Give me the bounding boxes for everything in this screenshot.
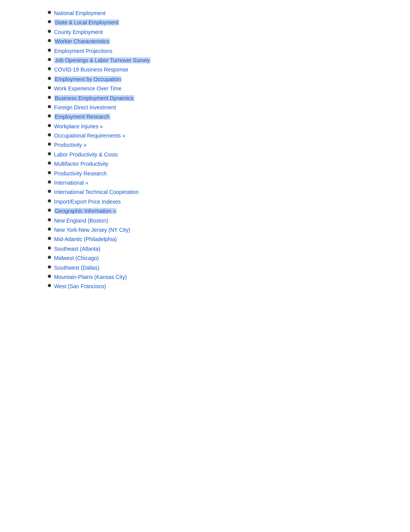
nav-link[interactable]: Multifactor Productivity — [54, 161, 108, 167]
list-item: International » — [54, 178, 410, 187]
list-item: Multifactor Productivity — [54, 159, 410, 168]
list-item: New York-New Jersey (NY City) — [54, 225, 410, 235]
list-item: Productivity » — [54, 140, 410, 150]
list-item: Workplace Injuries » — [54, 122, 410, 131]
nav-link[interactable]: Mid-Atlantic (Philadelphia) — [54, 236, 117, 242]
list-item: COVID-19 Business Response — [54, 65, 410, 74]
bullet-dot-icon — [48, 218, 51, 221]
bullet-dot-icon — [48, 171, 51, 174]
nav-link[interactable]: Business Employment Dynamics — [54, 95, 134, 101]
list-item: Business Employment Dynamics — [54, 93, 410, 103]
bullet-dot-icon — [48, 30, 51, 33]
list-item: Geographic Information » — [54, 206, 410, 216]
bullet-dot-icon — [48, 199, 51, 202]
list-item: Southeast (Atlanta) — [54, 244, 410, 253]
nav-link[interactable]: Worker Characteristics — [54, 38, 110, 44]
bullet-dot-icon — [48, 39, 51, 42]
bullet-dot-icon — [48, 246, 51, 250]
bullet-dot-icon — [48, 67, 51, 70]
nav-link[interactable]: Employment Projections — [54, 48, 112, 54]
nav-link[interactable]: Workplace Injuries » — [54, 123, 103, 129]
nav-link[interactable]: New England (Boston) — [54, 218, 108, 224]
nav-link[interactable]: New York-New Jersey (NY City) — [54, 227, 130, 233]
nav-link[interactable]: Import/Export Price Indexes — [54, 199, 121, 205]
nav-link[interactable]: COVID-19 Business Response — [54, 66, 128, 73]
nav-link[interactable]: National Employment — [54, 10, 105, 16]
list-item: Occupational Requirements » — [54, 131, 410, 140]
bullet-dot-icon — [48, 256, 51, 259]
nav-link[interactable]: Labor Productivity & Costs — [54, 151, 118, 158]
list-item: Productivity Research — [54, 169, 410, 178]
list-item: Mountain-Plains (Kansas City) — [54, 272, 410, 282]
main-nav: National EmploymentState & Local Employm… — [31, 8, 410, 291]
list-item: Job Openings & Labor Turnover Survey — [54, 56, 410, 65]
bullet-dot-icon — [48, 190, 51, 193]
list-item: National Employment — [54, 8, 410, 18]
list-item: Employment Research — [54, 112, 410, 121]
list-item: County Employment — [54, 27, 410, 37]
nav-link[interactable]: State & Local Employment — [54, 19, 119, 25]
nav-link[interactable]: Geographic Information » — [54, 208, 117, 214]
bullet-dot-icon — [48, 11, 51, 14]
nav-link[interactable]: Employment by Occupation — [54, 76, 122, 82]
bullet-dot-icon — [48, 86, 51, 89]
bullet-dot-icon — [48, 209, 51, 212]
bullet-dot-icon — [48, 284, 51, 287]
nav-link[interactable]: Productivity » — [54, 142, 86, 148]
bullet-dot-icon — [48, 124, 51, 127]
nav-link[interactable]: Southwest (Dallas) — [54, 265, 100, 271]
list-item: West (San Francisco) — [54, 282, 410, 291]
bullet-dot-icon — [48, 237, 51, 240]
bullet-dot-icon — [48, 228, 51, 231]
list-item: State & Local Employment — [54, 18, 410, 27]
nav-link[interactable]: Employment Research — [54, 114, 110, 120]
bullet-dot-icon — [48, 133, 51, 136]
bullet-dot-icon — [48, 77, 51, 80]
nav-link[interactable]: Productivity Research — [54, 170, 107, 177]
list-item: International Technical Cooperation — [54, 187, 410, 197]
list-item: Southwest (Dallas) — [54, 263, 410, 272]
bullet-dot-icon — [48, 96, 51, 99]
bullet-dot-icon — [48, 265, 51, 269]
nav-link[interactable]: County Employment — [54, 29, 103, 35]
bullet-dot-icon — [48, 105, 51, 108]
list-item: Labor Productivity & Costs — [54, 150, 410, 159]
list-item: Import/Export Price Indexes — [54, 197, 410, 206]
nav-link[interactable]: International » — [54, 180, 88, 186]
nav-link[interactable]: Foreign Direct Investment — [54, 104, 116, 110]
bullet-dot-icon — [48, 161, 51, 165]
bullet-dot-icon — [48, 20, 51, 23]
nav-link[interactable]: Work Experience Over Time — [54, 85, 122, 92]
bullet-dot-icon — [48, 143, 51, 146]
bullet-dot-icon — [48, 152, 51, 155]
nav-link[interactable]: International Technical Cooperation — [54, 189, 139, 195]
nav-link[interactable]: West (San Francisco) — [54, 283, 106, 289]
bullet-dot-icon — [48, 49, 51, 52]
nav-link[interactable]: Job Openings & Labor Turnover Survey — [54, 57, 151, 63]
nav-link[interactable]: Southeast (Atlanta) — [54, 246, 100, 252]
list-item: Employment by Occupation — [54, 75, 410, 84]
bullet-dot-icon — [48, 180, 51, 184]
bullet-dot-icon — [48, 275, 51, 278]
list-item: Foreign Direct Investment — [54, 103, 410, 112]
nav-link[interactable]: Midwest (Chicago) — [54, 255, 99, 261]
list-item: Mid-Atlantic (Philadelphia) — [54, 235, 410, 244]
nav-link[interactable]: Mountain-Plains (Kansas City) — [54, 274, 127, 280]
list-item: Worker Characteristics — [54, 37, 410, 46]
employment-subnav: National EmploymentState & Local Employm… — [46, 8, 410, 291]
list-item: Midwest (Chicago) — [54, 253, 410, 263]
list-item: New England (Boston) — [54, 216, 410, 225]
nav-link[interactable]: Occupational Requirements » — [54, 133, 125, 139]
bullet-dot-icon — [48, 114, 51, 117]
bullet-dot-icon — [48, 58, 51, 61]
list-item: Work Experience Over Time — [54, 84, 410, 93]
list-item: Employment Projections — [54, 46, 410, 56]
